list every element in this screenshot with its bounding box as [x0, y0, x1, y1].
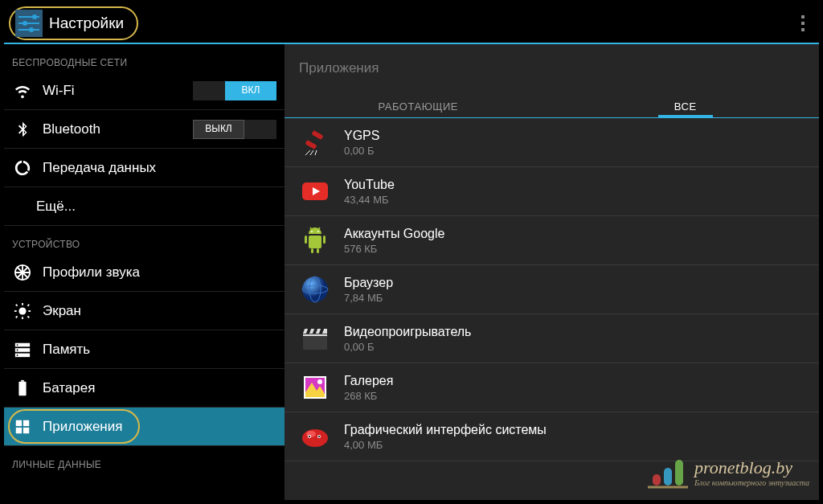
- svg-point-20: [17, 344, 18, 346]
- main-panel: Приложения РАБОТАЮЩИЕ ВСЕ YGPS0,00 БYouT…: [285, 44, 819, 500]
- section-device: УСТРОЙСТВО: [4, 226, 285, 253]
- svg-point-8: [18, 307, 26, 314]
- svg-point-6: [29, 27, 34, 32]
- sound-icon: [14, 264, 31, 281]
- bluetooth-icon: [14, 121, 31, 138]
- app-row[interactable]: Видеопроигрыватель0,00 Б: [285, 314, 819, 363]
- svg-point-60: [306, 431, 316, 437]
- battery-icon: [14, 379, 31, 397]
- app-name: Видеопроигрыватель: [344, 325, 471, 339]
- app-size: 0,00 Б: [344, 145, 379, 157]
- app-icon: [299, 175, 331, 207]
- sidebar-item-battery[interactable]: Батарея: [4, 369, 285, 408]
- sidebar-item-wifi[interactable]: Wi-Fi ВКЛ: [4, 72, 285, 110]
- svg-rect-26: [23, 420, 29, 425]
- sidebar-item-label: Wi-Fi: [43, 83, 75, 99]
- svg-line-14: [27, 304, 29, 305]
- svg-point-2: [32, 14, 37, 19]
- action-bar: Настройки: [4, 4, 819, 44]
- app-icon: [299, 371, 331, 404]
- app-size: 7,84 МБ: [344, 292, 393, 304]
- svg-point-41: [311, 231, 313, 232]
- action-bar-title-area: Настройки: [9, 6, 138, 40]
- svg-point-42: [317, 231, 319, 232]
- sidebar-item-label: Ещё...: [36, 199, 76, 215]
- sidebar-item-label: Профили звука: [43, 264, 140, 281]
- display-icon: [14, 302, 31, 320]
- svg-point-63: [309, 436, 310, 437]
- page-title: Настройки: [49, 14, 124, 32]
- app-size: 0,00 Б: [344, 341, 471, 353]
- app-row[interactable]: Аккаунты Google576 КБ: [285, 216, 819, 265]
- tab-all[interactable]: ВСЕ: [552, 94, 820, 117]
- sidebar-item-more[interactable]: Ещё...: [4, 187, 285, 226]
- sidebar-item-bluetooth[interactable]: Bluetooth ВЫКЛ: [4, 110, 285, 149]
- apps-tabs: РАБОТАЮЩИЕ ВСЕ: [285, 94, 819, 118]
- section-personal: ЛИЧНЫЕ ДАННЫЕ: [4, 446, 285, 473]
- app-row[interactable]: YGPS0,00 Б: [285, 118, 819, 167]
- sidebar-item-display[interactable]: Экран: [4, 292, 285, 330]
- app-size: 576 КБ: [344, 243, 444, 255]
- app-icon: [299, 420, 331, 453]
- svg-rect-40: [317, 248, 319, 253]
- svg-point-59: [302, 429, 328, 447]
- wifi-icon: [14, 82, 31, 100]
- svg-rect-29: [311, 130, 323, 140]
- app-icon: [299, 224, 331, 256]
- sidebar-item-label: Передача данных: [43, 160, 156, 176]
- svg-point-4: [23, 21, 27, 26]
- app-row[interactable]: Графический интерфейс системы4,00 МБ: [285, 412, 819, 461]
- svg-point-58: [317, 379, 322, 384]
- settings-icon: [15, 10, 43, 37]
- app-size: 43,44 МБ: [344, 194, 395, 206]
- svg-point-22: [17, 354, 18, 355]
- section-wireless: БЕСПРОВОДНЫЕ СЕТИ: [4, 44, 285, 72]
- svg-rect-54: [303, 334, 327, 336]
- app-size: 268 КБ: [344, 390, 393, 402]
- svg-rect-25: [16, 420, 22, 425]
- svg-line-16: [27, 316, 29, 318]
- sidebar-item-label: Экран: [43, 303, 81, 319]
- sidebar-item-label: Bluetooth: [43, 121, 100, 137]
- sidebar-item-label: Батарея: [43, 380, 95, 396]
- svg-rect-27: [16, 427, 22, 432]
- app-icon: [299, 322, 331, 354]
- main-title: Приложения: [285, 44, 819, 94]
- svg-rect-38: [323, 236, 326, 244]
- wifi-toggle[interactable]: ВКЛ: [193, 81, 276, 100]
- app-name: YGPS: [344, 129, 379, 143]
- app-row[interactable]: Галерея268 КБ: [285, 363, 819, 412]
- settings-sidebar: БЕСПРОВОДНЫЕ СЕТИ Wi-Fi ВКЛ Bluetooth ВЫ…: [4, 44, 285, 500]
- svg-rect-28: [23, 427, 29, 432]
- data-usage-icon: [14, 159, 31, 177]
- svg-rect-23: [18, 381, 26, 395]
- sidebar-item-storage[interactable]: Память: [4, 330, 285, 369]
- app-icon: [299, 273, 331, 305]
- app-name: YouTube: [344, 178, 395, 192]
- app-size: 4,00 МБ: [344, 439, 547, 451]
- svg-point-64: [318, 436, 320, 437]
- sidebar-item-label: Приложения: [43, 419, 122, 435]
- sidebar-item-sound[interactable]: Профили звука: [4, 253, 285, 292]
- svg-rect-39: [311, 248, 313, 253]
- storage-icon: [14, 341, 31, 359]
- apps-list[interactable]: YGPS0,00 БYouTube43,44 МБАккаунты Google…: [285, 118, 819, 500]
- svg-line-15: [16, 316, 18, 318]
- svg-line-32: [310, 150, 313, 155]
- apps-icon: [14, 418, 31, 436]
- sidebar-item-data-usage[interactable]: Передача данных: [4, 149, 285, 187]
- app-row[interactable]: Браузер7,84 МБ: [285, 265, 819, 314]
- sidebar-item-apps[interactable]: Приложения: [4, 408, 285, 446]
- bluetooth-toggle[interactable]: ВЫКЛ: [193, 120, 276, 139]
- app-row[interactable]: YouTube43,44 МБ: [285, 167, 819, 216]
- app-name: Аккаунты Google: [344, 227, 444, 241]
- app-icon: [299, 126, 331, 158]
- svg-rect-24: [21, 379, 24, 381]
- overflow-menu-button[interactable]: [792, 10, 814, 37]
- app-name: Браузер: [344, 276, 393, 290]
- svg-line-13: [16, 304, 18, 305]
- app-name: Графический интерфейс системы: [344, 423, 547, 437]
- tab-running[interactable]: РАБОТАЮЩИЕ: [285, 94, 552, 117]
- sidebar-item-label: Память: [43, 342, 90, 358]
- svg-rect-37: [305, 236, 307, 244]
